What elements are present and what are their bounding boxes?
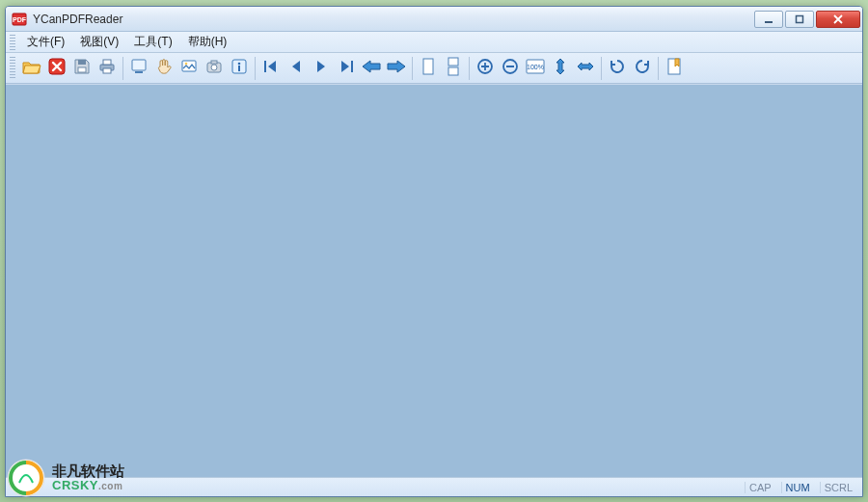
continuous-page-icon <box>445 57 462 79</box>
maximize-button[interactable] <box>785 11 814 28</box>
svg-rect-20 <box>264 61 266 72</box>
snapshot-icon <box>179 57 199 79</box>
svg-text:100%: 100% <box>527 64 544 70</box>
first-page-icon <box>262 58 280 78</box>
menu-file[interactable]: 文件(F) <box>19 32 72 52</box>
next-page-button[interactable] <box>309 56 334 81</box>
select-tool-button[interactable] <box>126 56 151 81</box>
svg-rect-8 <box>103 60 111 65</box>
svg-rect-5 <box>78 60 86 65</box>
save-button[interactable] <box>69 56 95 81</box>
menu-tools[interactable]: 工具(T) <box>126 32 179 52</box>
last-page-icon <box>338 58 355 78</box>
app-icon: PDF <box>12 12 27 27</box>
svg-rect-19 <box>238 66 240 71</box>
single-page-icon <box>420 57 437 79</box>
svg-rect-10 <box>132 60 146 70</box>
hand-tool-button[interactable] <box>151 56 176 81</box>
toolbar-separator <box>255 57 256 80</box>
floppy-disk-icon <box>72 57 92 79</box>
toolbar-separator <box>122 57 123 80</box>
titlebar: PDF YCanPDFReader <box>6 7 862 32</box>
statusbar: CAP NUM SCRL <box>6 477 862 496</box>
nav-back-button[interactable] <box>359 56 384 81</box>
zoom-in-button[interactable] <box>473 56 498 81</box>
camera-icon <box>204 57 224 79</box>
svg-rect-15 <box>211 61 217 64</box>
fit-height-button[interactable] <box>548 56 573 81</box>
hand-icon <box>154 57 174 79</box>
snapshot-button[interactable] <box>176 56 202 81</box>
camera-button[interactable] <box>202 56 227 81</box>
print-button[interactable] <box>95 56 120 81</box>
actual-size-button[interactable]: 100% <box>523 56 548 81</box>
next-page-icon <box>312 58 330 78</box>
printer-icon <box>97 57 117 79</box>
menubar-grip[interactable] <box>10 35 15 50</box>
nav-forward-button[interactable] <box>384 56 409 81</box>
info-icon <box>230 57 249 79</box>
svg-rect-24 <box>448 67 458 75</box>
menu-view[interactable]: 视图(V) <box>72 32 126 52</box>
svg-text:PDF: PDF <box>13 16 27 23</box>
toolbar-separator <box>469 57 470 80</box>
open-button[interactable] <box>19 56 44 81</box>
rotate-right-button[interactable] <box>630 56 655 81</box>
first-page-button[interactable] <box>258 56 284 81</box>
menubar: 文件(F) 视图(V) 工具(T) 帮助(H) <box>6 32 862 53</box>
rotate-left-icon <box>608 57 627 79</box>
toolbar-grip[interactable] <box>10 57 15 80</box>
svg-point-16 <box>211 65 217 70</box>
select-icon <box>129 57 149 79</box>
toolbar-separator <box>658 57 659 80</box>
menu-help[interactable]: 帮助(H) <box>180 32 235 52</box>
svg-point-13 <box>185 63 188 66</box>
svg-rect-2 <box>765 21 773 23</box>
prev-page-button[interactable] <box>284 56 309 81</box>
svg-rect-22 <box>423 59 433 74</box>
minimize-button[interactable] <box>754 11 783 28</box>
window-title: YCanPDFReader <box>33 13 748 26</box>
rotate-right-icon <box>633 57 652 79</box>
svg-rect-3 <box>797 15 803 22</box>
info-button[interactable] <box>227 56 252 81</box>
status-cap: CAP <box>745 482 775 493</box>
svg-rect-9 <box>103 68 111 73</box>
fit-height-icon <box>552 57 569 79</box>
document-viewport[interactable] <box>6 84 862 477</box>
svg-rect-21 <box>351 61 353 72</box>
svg-rect-23 <box>448 58 458 66</box>
arrow-right-icon <box>386 58 407 78</box>
svg-point-18 <box>238 63 241 66</box>
arrow-left-icon <box>361 58 382 78</box>
fit-width-button[interactable] <box>573 56 598 81</box>
status-num: NUM <box>781 482 814 493</box>
actual-size-icon: 100% <box>525 57 546 79</box>
toolbar-separator <box>601 57 602 80</box>
last-page-button[interactable] <box>334 56 359 81</box>
bookmark-button[interactable] <box>662 56 687 81</box>
bookmark-icon <box>665 57 683 79</box>
status-scrl: SCRL <box>820 482 856 493</box>
zoom-in-icon <box>475 57 495 79</box>
close-file-button[interactable] <box>44 56 69 81</box>
app-window: PDF YCanPDFReader 文件(F) 视图(V) 工具(T) 帮助(H… <box>5 6 863 497</box>
rotate-left-button[interactable] <box>605 56 630 81</box>
close-file-icon <box>47 57 67 79</box>
fit-width-icon <box>576 58 595 78</box>
zoom-out-icon <box>501 57 520 79</box>
folder-open-icon <box>21 57 42 79</box>
toolbar-separator <box>412 57 413 80</box>
prev-page-icon <box>287 58 305 78</box>
svg-rect-11 <box>135 71 143 73</box>
toolbar: 100% <box>6 53 862 84</box>
close-button[interactable] <box>816 11 860 28</box>
zoom-out-button[interactable] <box>498 56 523 81</box>
window-controls <box>754 11 860 28</box>
continuous-page-button[interactable] <box>441 56 466 81</box>
svg-rect-6 <box>78 67 86 72</box>
single-page-button[interactable] <box>416 56 441 81</box>
